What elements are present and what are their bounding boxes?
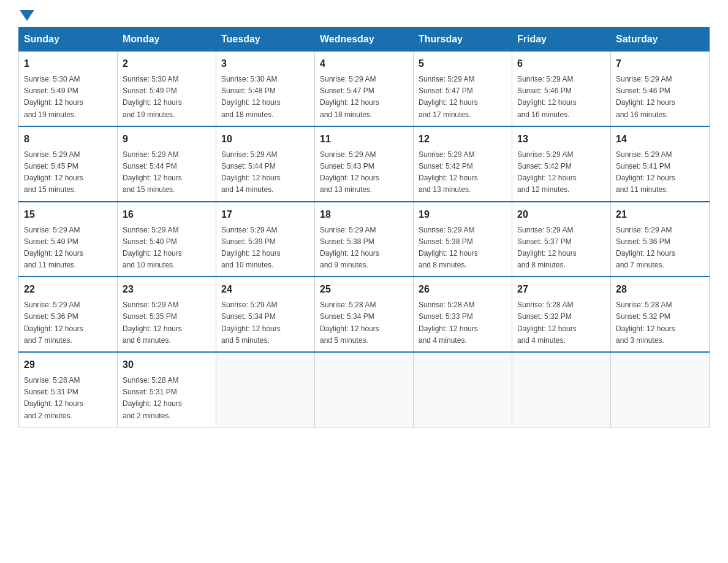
weekday-header-sunday: Sunday bbox=[19, 28, 118, 52]
day-number: 1 bbox=[24, 56, 112, 71]
calendar-day-cell: 4 Sunrise: 5:29 AMSunset: 5:47 PMDayligh… bbox=[315, 52, 414, 126]
calendar-day-cell: 21 Sunrise: 5:29 AMSunset: 5:36 PMDaylig… bbox=[611, 202, 710, 277]
day-info: Sunrise: 5:28 AMSunset: 5:32 PMDaylight:… bbox=[616, 301, 675, 345]
day-info: Sunrise: 5:30 AMSunset: 5:48 PMDaylight:… bbox=[221, 75, 281, 119]
day-info: Sunrise: 5:29 AMSunset: 5:43 PMDaylight:… bbox=[320, 150, 379, 194]
calendar-day-cell: 15 Sunrise: 5:29 AMSunset: 5:40 PMDaylig… bbox=[19, 202, 118, 277]
calendar-day-cell: 10 Sunrise: 5:29 AMSunset: 5:44 PMDaylig… bbox=[216, 126, 315, 202]
calendar-day-cell: 22 Sunrise: 5:29 AMSunset: 5:36 PMDaylig… bbox=[19, 277, 118, 352]
calendar-week-row: 1 Sunrise: 5:30 AMSunset: 5:49 PMDayligh… bbox=[19, 52, 710, 126]
weekday-header-row: SundayMondayTuesdayWednesdayThursdayFrid… bbox=[19, 28, 710, 52]
day-info: Sunrise: 5:30 AMSunset: 5:49 PMDaylight:… bbox=[123, 75, 182, 119]
day-info: Sunrise: 5:29 AMSunset: 5:40 PMDaylight:… bbox=[24, 226, 83, 270]
weekday-header-monday: Monday bbox=[118, 28, 216, 52]
calendar-day-cell bbox=[414, 352, 512, 427]
day-number: 19 bbox=[419, 207, 507, 222]
day-number: 4 bbox=[320, 56, 408, 71]
weekday-header-tuesday: Tuesday bbox=[216, 28, 315, 52]
calendar-day-cell: 29 Sunrise: 5:28 AMSunset: 5:31 PMDaylig… bbox=[19, 352, 118, 427]
calendar-day-cell: 23 Sunrise: 5:29 AMSunset: 5:35 PMDaylig… bbox=[118, 277, 216, 352]
day-number: 20 bbox=[517, 207, 605, 222]
day-info: Sunrise: 5:29 AMSunset: 5:44 PMDaylight:… bbox=[123, 150, 182, 194]
day-number: 11 bbox=[320, 132, 408, 147]
day-info: Sunrise: 5:29 AMSunset: 5:36 PMDaylight:… bbox=[616, 226, 675, 270]
day-number: 18 bbox=[320, 207, 408, 222]
day-number: 10 bbox=[221, 132, 309, 147]
day-number: 7 bbox=[616, 56, 704, 71]
calendar-day-cell: 13 Sunrise: 5:29 AMSunset: 5:42 PMDaylig… bbox=[512, 126, 611, 202]
calendar-day-cell: 19 Sunrise: 5:29 AMSunset: 5:38 PMDaylig… bbox=[414, 202, 512, 277]
calendar-day-cell: 30 Sunrise: 5:28 AMSunset: 5:31 PMDaylig… bbox=[118, 352, 216, 427]
calendar-week-row: 29 Sunrise: 5:28 AMSunset: 5:31 PMDaylig… bbox=[19, 352, 710, 427]
logo bbox=[18, 12, 34, 21]
day-number: 29 bbox=[24, 358, 112, 372]
weekday-header-saturday: Saturday bbox=[611, 28, 710, 52]
calendar-day-cell: 1 Sunrise: 5:30 AMSunset: 5:49 PMDayligh… bbox=[19, 52, 118, 126]
calendar-day-cell: 6 Sunrise: 5:29 AMSunset: 5:46 PMDayligh… bbox=[512, 52, 611, 126]
day-info: Sunrise: 5:29 AMSunset: 5:47 PMDaylight:… bbox=[419, 75, 478, 119]
day-info: Sunrise: 5:29 AMSunset: 5:34 PMDaylight:… bbox=[221, 301, 281, 345]
day-info: Sunrise: 5:29 AMSunset: 5:42 PMDaylight:… bbox=[517, 150, 577, 194]
day-number: 28 bbox=[616, 282, 704, 297]
day-info: Sunrise: 5:28 AMSunset: 5:31 PMDaylight:… bbox=[123, 376, 182, 420]
calendar-day-cell: 11 Sunrise: 5:29 AMSunset: 5:43 PMDaylig… bbox=[315, 126, 414, 202]
day-info: Sunrise: 5:29 AMSunset: 5:44 PMDaylight:… bbox=[221, 150, 281, 194]
weekday-header-wednesday: Wednesday bbox=[315, 28, 414, 52]
calendar-day-cell bbox=[512, 352, 611, 427]
day-info: Sunrise: 5:28 AMSunset: 5:31 PMDaylight:… bbox=[24, 376, 83, 420]
calendar-day-cell: 26 Sunrise: 5:28 AMSunset: 5:33 PMDaylig… bbox=[414, 277, 512, 352]
calendar-table: SundayMondayTuesdayWednesdayThursdayFrid… bbox=[18, 27, 710, 427]
day-number: 15 bbox=[24, 207, 112, 222]
day-info: Sunrise: 5:29 AMSunset: 5:40 PMDaylight:… bbox=[123, 226, 182, 270]
calendar-day-cell bbox=[216, 352, 315, 427]
calendar-day-cell: 28 Sunrise: 5:28 AMSunset: 5:32 PMDaylig… bbox=[611, 277, 710, 352]
day-number: 21 bbox=[616, 207, 704, 222]
day-number: 13 bbox=[517, 132, 605, 147]
day-number: 25 bbox=[320, 282, 408, 297]
page-header bbox=[18, 12, 710, 21]
calendar-day-cell: 12 Sunrise: 5:29 AMSunset: 5:42 PMDaylig… bbox=[414, 126, 512, 202]
day-number: 22 bbox=[24, 282, 112, 297]
calendar-week-row: 8 Sunrise: 5:29 AMSunset: 5:45 PMDayligh… bbox=[19, 126, 710, 202]
day-number: 12 bbox=[419, 132, 507, 147]
calendar-day-cell: 5 Sunrise: 5:29 AMSunset: 5:47 PMDayligh… bbox=[414, 52, 512, 126]
calendar-day-cell bbox=[315, 352, 414, 427]
day-number: 23 bbox=[123, 282, 211, 297]
day-info: Sunrise: 5:29 AMSunset: 5:41 PMDaylight:… bbox=[616, 150, 675, 194]
day-info: Sunrise: 5:29 AMSunset: 5:42 PMDaylight:… bbox=[419, 150, 478, 194]
calendar-day-cell: 25 Sunrise: 5:28 AMSunset: 5:34 PMDaylig… bbox=[315, 277, 414, 352]
day-number: 17 bbox=[221, 207, 309, 222]
day-number: 24 bbox=[221, 282, 309, 297]
calendar-day-cell: 7 Sunrise: 5:29 AMSunset: 5:46 PMDayligh… bbox=[611, 52, 710, 126]
day-info: Sunrise: 5:29 AMSunset: 5:47 PMDaylight:… bbox=[320, 75, 379, 119]
day-number: 8 bbox=[24, 132, 112, 147]
day-info: Sunrise: 5:29 AMSunset: 5:38 PMDaylight:… bbox=[419, 226, 478, 270]
day-number: 6 bbox=[517, 56, 605, 71]
calendar-day-cell: 27 Sunrise: 5:28 AMSunset: 5:32 PMDaylig… bbox=[512, 277, 611, 352]
logo-triangle-icon bbox=[20, 10, 34, 21]
day-number: 16 bbox=[123, 207, 211, 222]
calendar-day-cell: 9 Sunrise: 5:29 AMSunset: 5:44 PMDayligh… bbox=[118, 126, 216, 202]
calendar-day-cell: 18 Sunrise: 5:29 AMSunset: 5:38 PMDaylig… bbox=[315, 202, 414, 277]
day-number: 2 bbox=[123, 56, 211, 71]
day-number: 3 bbox=[221, 56, 309, 71]
day-number: 30 bbox=[123, 358, 211, 372]
day-info: Sunrise: 5:30 AMSunset: 5:49 PMDaylight:… bbox=[24, 75, 83, 119]
calendar-day-cell: 17 Sunrise: 5:29 AMSunset: 5:39 PMDaylig… bbox=[216, 202, 315, 277]
day-number: 27 bbox=[517, 282, 605, 297]
day-info: Sunrise: 5:29 AMSunset: 5:36 PMDaylight:… bbox=[24, 301, 83, 345]
day-info: Sunrise: 5:29 AMSunset: 5:39 PMDaylight:… bbox=[221, 226, 281, 270]
day-info: Sunrise: 5:28 AMSunset: 5:32 PMDaylight:… bbox=[517, 301, 577, 345]
day-info: Sunrise: 5:29 AMSunset: 5:46 PMDaylight:… bbox=[616, 75, 675, 119]
day-info: Sunrise: 5:29 AMSunset: 5:37 PMDaylight:… bbox=[517, 226, 577, 270]
day-number: 26 bbox=[419, 282, 507, 297]
calendar-day-cell: 2 Sunrise: 5:30 AMSunset: 5:49 PMDayligh… bbox=[118, 52, 216, 126]
day-info: Sunrise: 5:28 AMSunset: 5:33 PMDaylight:… bbox=[419, 301, 478, 345]
calendar-day-cell: 16 Sunrise: 5:29 AMSunset: 5:40 PMDaylig… bbox=[118, 202, 216, 277]
day-info: Sunrise: 5:29 AMSunset: 5:45 PMDaylight:… bbox=[24, 150, 83, 194]
calendar-day-cell: 20 Sunrise: 5:29 AMSunset: 5:37 PMDaylig… bbox=[512, 202, 611, 277]
calendar-day-cell: 8 Sunrise: 5:29 AMSunset: 5:45 PMDayligh… bbox=[19, 126, 118, 202]
day-number: 5 bbox=[419, 56, 507, 71]
calendar-week-row: 15 Sunrise: 5:29 AMSunset: 5:40 PMDaylig… bbox=[19, 202, 710, 277]
calendar-day-cell: 14 Sunrise: 5:29 AMSunset: 5:41 PMDaylig… bbox=[611, 126, 710, 202]
